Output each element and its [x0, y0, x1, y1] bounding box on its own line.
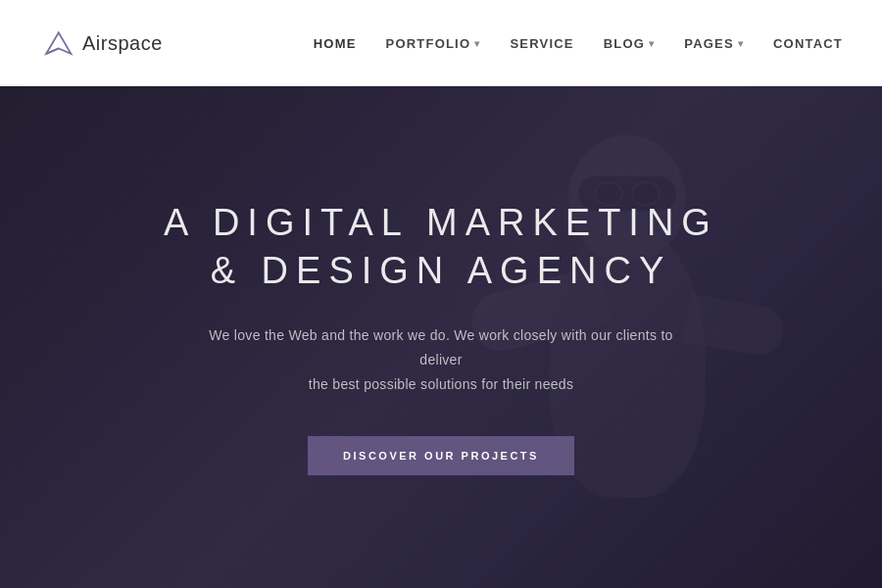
nav-item-pages[interactable]: PAGES ▾ — [684, 36, 744, 51]
hero-subtitle: We love the Web and the work we do. We w… — [186, 323, 696, 398]
site-header: Airspace HOME PORTFOLIO ▾ SERVICE BLOG ▾… — [0, 0, 882, 86]
hero-section: A DIGITAL MARKETING & DESIGN AGENCY We l… — [0, 86, 882, 588]
nav-item-contact[interactable]: CONTACT — [773, 36, 843, 51]
nav-item-home[interactable]: HOME — [314, 36, 357, 51]
chevron-down-icon: ▾ — [738, 38, 744, 49]
main-nav: HOME PORTFOLIO ▾ SERVICE BLOG ▾ PAGES ▾ … — [314, 36, 843, 51]
svg-marker-0 — [46, 32, 71, 54]
discover-projects-button[interactable]: DISCOVER OUR PROJECTS — [308, 436, 574, 475]
nav-item-service[interactable]: SERVICE — [510, 36, 573, 51]
nav-item-blog[interactable]: BLOG ▾ — [604, 36, 656, 51]
logo-icon — [39, 25, 74, 61]
chevron-down-icon: ▾ — [649, 38, 655, 49]
hero-content: A DIGITAL MARKETING & DESIGN AGENCY We l… — [105, 199, 777, 475]
logo[interactable]: Airspace — [39, 25, 163, 61]
nav-item-portfolio[interactable]: PORTFOLIO ▾ — [386, 36, 481, 51]
logo-text: Airspace — [82, 32, 163, 55]
hero-title: A DIGITAL MARKETING & DESIGN AGENCY — [164, 199, 718, 296]
chevron-down-icon: ▾ — [474, 38, 480, 49]
